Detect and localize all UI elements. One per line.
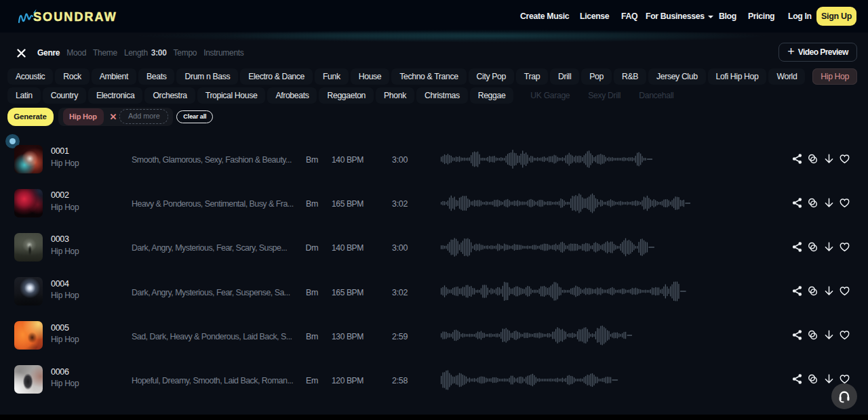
svg-text:SOUNDRAW: SOUNDRAW [33, 10, 117, 24]
